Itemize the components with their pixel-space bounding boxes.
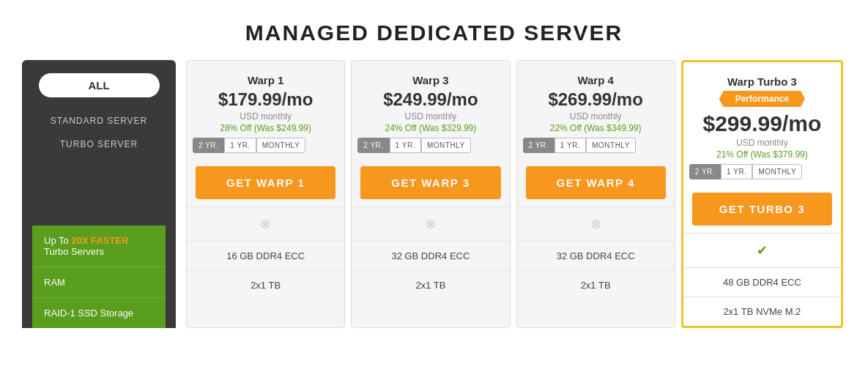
plan-name-0: Warp 1 xyxy=(193,74,338,86)
cross-icon: ⊗ xyxy=(425,217,436,231)
billing-btn-3-0[interactable]: 2 YR. xyxy=(689,164,721,179)
plan-card-2: Warp 4$269.99/moUSD monthly22% Off (Was … xyxy=(516,60,675,328)
billing-btn-0-0[interactable]: 2 YR. xyxy=(193,138,224,153)
main-layout: ALL STANDARD SERVER TURBO SERVER Up To 2… xyxy=(0,60,868,328)
plan-name-3: Warp Turbo 3 xyxy=(689,75,835,88)
performance-badge-3: Performance xyxy=(719,91,805,107)
cta-button-0[interactable]: GET WARP 1 xyxy=(196,166,335,199)
turbo-highlight: 20X FASTER xyxy=(71,235,128,246)
plan-card-3: Warp Turbo 3Performance$299.99/moUSD mon… xyxy=(681,60,843,328)
plan-feature-ram-3: 48 GB DDR4 ECC xyxy=(683,267,841,297)
plan-header-0: Warp 1$179.99/moUSD monthly28% Off (Was … xyxy=(187,61,344,166)
billing-btn-1-1[interactable]: 1 YR. xyxy=(390,138,421,153)
plan-feature-turbo-0: ⊗ xyxy=(187,207,344,241)
plan-price-0: $179.99/mo xyxy=(193,89,338,110)
sidebar-feature-ram: RAM xyxy=(32,267,166,298)
sidebar-features-section: Up To 20X FASTER Turbo Servers RAM RAID-… xyxy=(32,226,166,328)
cross-icon: ⊗ xyxy=(260,217,271,231)
plan-feature-storage-3: 2x1 TB NVMe M.2 xyxy=(683,297,841,326)
plan-usd-2: USD monthly xyxy=(523,111,669,122)
page-title: MANAGED DEDICATED SERVER xyxy=(0,0,868,60)
plan-usd-3: USD monthly xyxy=(689,138,835,148)
plan-discount-0: 28% Off (Was $249.99) xyxy=(193,123,338,133)
check-icon: ✔ xyxy=(757,243,768,258)
sidebar: ALL STANDARD SERVER TURBO SERVER Up To 2… xyxy=(22,60,176,328)
plan-discount-2: 22% Off (Was $349.99) xyxy=(523,123,669,133)
billing-toggle-2: 2 YR.1 YR.MONTHLY xyxy=(523,138,669,153)
plan-name-2: Warp 4 xyxy=(523,74,669,86)
plan-usd-0: USD monthly xyxy=(193,111,338,122)
sidebar-feature-turbo: Up To 20X FASTER Turbo Servers xyxy=(32,226,166,267)
plans-area: Warp 1$179.99/moUSD monthly28% Off (Was … xyxy=(183,60,846,328)
plan-feature-storage-2: 2x1 TB xyxy=(517,270,675,300)
billing-toggle-3: 2 YR.1 YR.MONTHLY xyxy=(689,164,835,179)
plan-feature-turbo-2: ⊗ xyxy=(517,207,675,241)
plan-feature-ram-0: 16 GB DDR4 ECC xyxy=(187,241,344,270)
plan-feature-turbo-3: ✔ xyxy=(683,233,841,267)
billing-btn-2-2[interactable]: MONTHLY xyxy=(586,138,636,153)
plan-header-1: Warp 3$249.99/moUSD monthly24% Off (Was … xyxy=(352,61,509,166)
billing-toggle-0: 2 YR.1 YR.MONTHLY xyxy=(193,138,338,153)
plan-header-3: Warp Turbo 3Performance$299.99/moUSD mon… xyxy=(683,62,841,193)
billing-btn-1-0[interactable]: 2 YR. xyxy=(357,138,389,153)
billing-btn-0-1[interactable]: 1 YR. xyxy=(224,138,256,153)
plan-card-0: Warp 1$179.99/moUSD monthly28% Off (Was … xyxy=(186,60,345,328)
plan-price-1: $249.99/mo xyxy=(357,89,503,110)
plan-discount-3: 21% Off (Was $379.99) xyxy=(689,149,835,160)
plan-name-1: Warp 3 xyxy=(357,74,503,86)
plan-price-2: $269.99/mo xyxy=(523,89,669,110)
plan-feature-ram-1: 32 GB DDR4 ECC xyxy=(352,241,509,270)
plan-discount-1: 24% Off (Was $329.99) xyxy=(357,123,503,133)
plan-feature-turbo-1: ⊗ xyxy=(352,207,509,241)
plan-feature-storage-1: 2x1 TB xyxy=(352,270,509,300)
billing-btn-0-2[interactable]: MONTHLY xyxy=(256,138,306,153)
billing-btn-3-2[interactable]: MONTHLY xyxy=(752,164,802,179)
all-filter-button[interactable]: ALL xyxy=(39,73,160,97)
plan-price-3: $299.99/mo xyxy=(689,111,835,136)
plan-feature-storage-0: 2x1 TB xyxy=(187,270,344,300)
sidebar-feature-storage: RAID-1 SSD Storage xyxy=(32,298,166,328)
billing-btn-2-1[interactable]: 1 YR. xyxy=(554,138,586,153)
sidebar-item-standard[interactable]: STANDARD SERVER xyxy=(32,109,166,133)
plan-usd-1: USD monthly xyxy=(357,111,503,122)
plan-card-1: Warp 3$249.99/moUSD monthly24% Off (Was … xyxy=(351,60,510,328)
cta-button-2[interactable]: GET WARP 4 xyxy=(526,166,666,199)
cross-icon: ⊗ xyxy=(590,217,601,231)
billing-btn-3-1[interactable]: 1 YR. xyxy=(721,164,752,179)
billing-btn-2-0[interactable]: 2 YR. xyxy=(523,138,554,153)
billing-btn-1-2[interactable]: MONTHLY xyxy=(421,138,471,153)
plan-header-2: Warp 4$269.99/moUSD monthly22% Off (Was … xyxy=(517,61,675,166)
cta-button-1[interactable]: GET WARP 3 xyxy=(360,166,500,199)
billing-toggle-1: 2 YR.1 YR.MONTHLY xyxy=(357,138,503,153)
cta-button-3[interactable]: GET TURBO 3 xyxy=(692,193,832,226)
plan-feature-ram-2: 32 GB DDR4 ECC xyxy=(517,241,675,270)
sidebar-item-turbo[interactable]: TURBO SERVER xyxy=(32,133,166,156)
